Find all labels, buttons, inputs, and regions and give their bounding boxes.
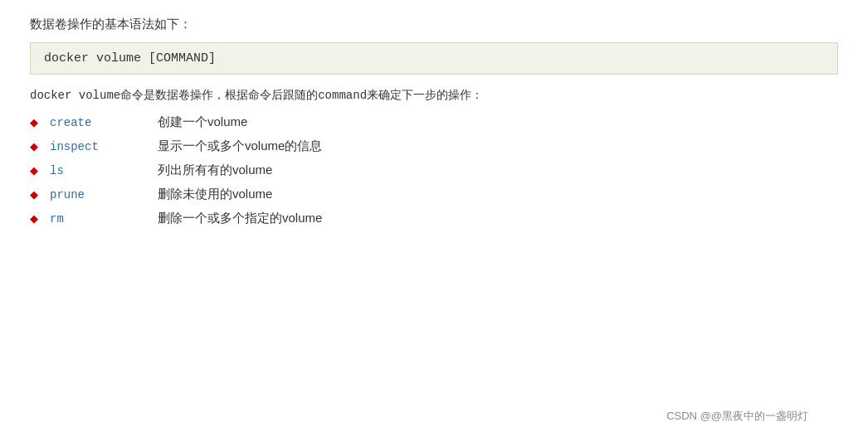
footer: CSDN @@黑夜中的一盏明灯 (666, 409, 808, 422)
command-name-prune: prune (50, 188, 158, 201)
command-list: ◆create创建一个volume◆inspect显示一个或多个volume的信… (30, 114, 838, 226)
page-wrapper: 数据卷操作的基本语法如下： docker volume [COMMAND] do… (30, 17, 838, 422)
command-name-create: create (50, 116, 158, 129)
command-desc-prune: 删除未使用的volume (158, 187, 272, 202)
command-desc-rm: 删除一个或多个指定的volume (158, 211, 322, 226)
desc-body: 命令是数据卷操作，根据命令后跟随的command来确定下一步的操作： (120, 89, 483, 102)
diamond-icon: ◆ (30, 116, 38, 129)
diamond-icon: ◆ (30, 212, 38, 225)
command-item: ◆prune删除未使用的volume (30, 187, 838, 202)
diamond-icon: ◆ (30, 188, 38, 201)
diamond-icon: ◆ (30, 164, 38, 177)
description-text: docker volume命令是数据卷操作，根据命令后跟随的command来确定… (30, 88, 838, 103)
code-block: docker volume [COMMAND] (30, 42, 838, 75)
code-content: docker volume [COMMAND] (44, 51, 216, 65)
intro-text: 数据卷操作的基本语法如下： (30, 17, 838, 32)
desc-prefix: docker volume (30, 89, 120, 102)
command-item: ◆inspect显示一个或多个volume的信息 (30, 138, 838, 154)
command-desc-inspect: 显示一个或多个volume的信息 (158, 138, 322, 154)
command-item: ◆rm删除一个或多个指定的volume (30, 211, 838, 226)
command-item: ◆create创建一个volume (30, 114, 838, 130)
command-name-rm: rm (50, 212, 158, 226)
command-name-ls: ls (50, 164, 158, 177)
command-desc-create: 创建一个volume (158, 114, 247, 130)
command-name-inspect: inspect (50, 140, 158, 153)
diamond-icon: ◆ (30, 140, 38, 153)
command-item: ◆ls列出所有有的volume (30, 162, 838, 178)
command-desc-ls: 列出所有有的volume (158, 162, 272, 178)
